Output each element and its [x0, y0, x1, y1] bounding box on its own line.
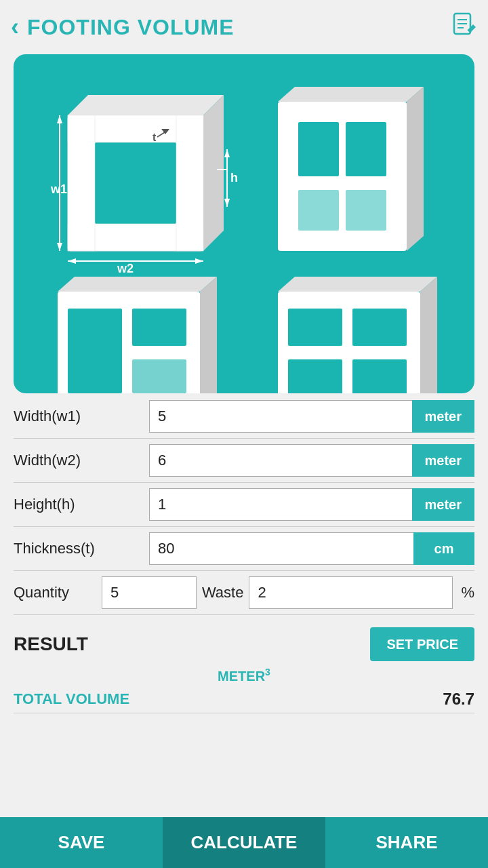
- input-form: Width(w1) meter Width(w2) meter Height(h…: [0, 393, 488, 615]
- total-volume-row: TOTAL VOLUME 76.7: [14, 686, 474, 713]
- thickness-t-label: Thickness(t): [14, 540, 149, 557]
- svg-rect-46: [288, 359, 342, 393]
- svg-marker-28: [224, 199, 230, 207]
- result-section: RESULT SET PRICE METER3 TOTAL VOLUME 76.…: [0, 620, 488, 713]
- svg-marker-16: [57, 243, 62, 251]
- width-w1-row: Width(w1) meter: [14, 400, 474, 439]
- svg-text:t: t: [152, 132, 157, 143]
- width-w2-label: Width(w2): [14, 452, 149, 469]
- svg-marker-7: [203, 95, 224, 251]
- svg-rect-34: [346, 190, 386, 231]
- quantity-waste-inputs: Waste %: [102, 576, 474, 609]
- width-w2-input-wrap: meter: [149, 444, 474, 477]
- svg-text:w2: w2: [117, 262, 134, 275]
- width-w2-input[interactable]: [149, 444, 412, 477]
- quantity-waste-row: Quantity Waste %: [14, 576, 474, 615]
- result-title: RESULT: [14, 633, 88, 655]
- height-h-input-wrap: meter: [149, 488, 474, 521]
- svg-text:h: h: [230, 171, 238, 184]
- percent-label: %: [461, 584, 474, 601]
- svg-marker-15: [57, 115, 62, 123]
- svg-marker-19: [68, 258, 76, 264]
- svg-rect-13: [176, 115, 203, 251]
- svg-marker-36: [407, 87, 424, 251]
- bottom-action-bar: SAVE CALCULATE SHARE: [0, 817, 488, 868]
- total-volume-value: 76.7: [443, 690, 474, 709]
- svg-marker-27: [224, 149, 230, 157]
- height-h-input[interactable]: [149, 488, 412, 521]
- svg-marker-6: [68, 95, 224, 115]
- back-button[interactable]: ‹: [11, 15, 19, 39]
- thickness-t-input-wrap: cm: [149, 532, 474, 565]
- page-title: FOOTING VOLUME: [27, 15, 235, 40]
- app-header: ‹ FOOTING VOLUME: [0, 0, 488, 54]
- width-w2-row: Width(w2) meter: [14, 444, 474, 483]
- thickness-t-unit: cm: [413, 532, 474, 565]
- width-w1-label: Width(w1): [14, 408, 149, 425]
- svg-marker-49: [420, 277, 437, 393]
- svg-marker-42: [200, 277, 217, 393]
- svg-marker-41: [58, 277, 217, 292]
- total-volume-label: TOTAL VOLUME: [14, 690, 129, 708]
- svg-marker-20: [195, 258, 203, 264]
- svg-rect-38: [68, 309, 122, 393]
- svg-rect-31: [298, 122, 339, 176]
- svg-rect-32: [346, 122, 386, 176]
- svg-rect-33: [298, 190, 339, 231]
- footing-diagram: w1 w2 t h: [14, 54, 474, 393]
- svg-marker-48: [278, 277, 437, 292]
- thickness-t-input[interactable]: [149, 532, 413, 565]
- height-h-unit: meter: [412, 488, 474, 521]
- thickness-t-row: Thickness(t) cm: [14, 532, 474, 571]
- notes-icon[interactable]: [450, 11, 477, 43]
- width-w1-unit: meter: [412, 400, 474, 433]
- svg-rect-47: [352, 359, 407, 393]
- svg-rect-30: [278, 102, 407, 251]
- height-h-label: Height(h): [14, 496, 149, 513]
- waste-input[interactable]: [249, 576, 453, 609]
- svg-rect-45: [352, 309, 407, 346]
- share-button[interactable]: SHARE: [325, 817, 488, 868]
- waste-label: Waste: [202, 584, 244, 601]
- width-w2-unit: meter: [412, 444, 474, 477]
- svg-rect-12: [68, 115, 95, 251]
- svg-marker-35: [278, 87, 424, 102]
- svg-rect-40: [132, 359, 186, 393]
- result-header: RESULT SET PRICE: [14, 627, 474, 661]
- result-unit-label: METER3: [14, 667, 474, 684]
- calculate-button[interactable]: CALCULATE: [163, 817, 325, 868]
- svg-rect-5: [95, 142, 176, 224]
- svg-rect-39: [132, 309, 186, 346]
- svg-rect-44: [288, 309, 342, 346]
- set-price-button[interactable]: SET PRICE: [370, 627, 474, 661]
- height-h-row: Height(h) meter: [14, 488, 474, 527]
- width-w1-input-wrap: meter: [149, 400, 474, 433]
- width-w1-input[interactable]: [149, 400, 412, 433]
- svg-text:w1: w1: [50, 182, 67, 196]
- quantity-label: Quantity: [14, 584, 102, 601]
- header-left: ‹ FOOTING VOLUME: [11, 15, 235, 40]
- save-button[interactable]: SAVE: [0, 817, 163, 868]
- quantity-input[interactable]: [102, 576, 197, 609]
